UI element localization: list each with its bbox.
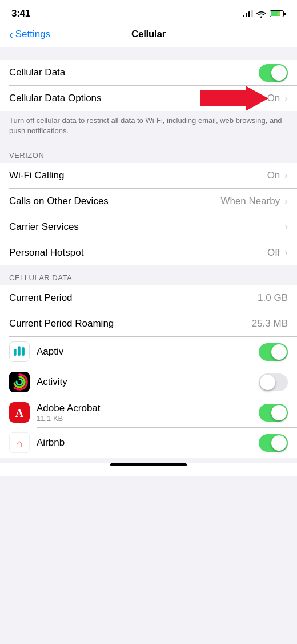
svg-marker-0 [200, 86, 268, 111]
personal-hotspot-value: Off [267, 247, 280, 259]
battery-icon: ⚡ [270, 10, 286, 17]
chevron-left-icon: ‹ [9, 29, 13, 40]
status-bar: 3:41 ⚡ [0, 0, 297, 24]
carrier-services-row[interactable]: Carrier Services › [0, 214, 297, 240]
cellular-data-label: Cellular Data [9, 67, 259, 78]
svg-rect-2 [14, 349, 16, 356]
status-time: 3:41 [11, 8, 30, 19]
cellular-group: Cellular Data Cellular Data Options On › [0, 60, 297, 111]
current-period-roaming-label: Current Period Roaming [9, 318, 252, 329]
chevron-right-icon: › [284, 93, 288, 104]
cellular-data-section-label: CELLULAR DATA [9, 273, 72, 282]
cellular-data-options-row[interactable]: Cellular Data Options On › [0, 86, 297, 111]
calls-other-devices-row[interactable]: Calls on Other Devices When Nearby › [0, 189, 297, 214]
status-icons: ⚡ [243, 10, 286, 18]
adobe-acrobat-row[interactable]: A Adobe Acrobat 11.1 KB [0, 397, 297, 427]
back-button[interactable]: ‹ Settings [9, 29, 50, 40]
adobe-acrobat-name: Adobe Acrobat [37, 403, 259, 414]
airbnb-name: Airbnb [37, 437, 259, 448]
page-title: Cellular [131, 29, 166, 40]
cellular-data-section-header: CELLULAR DATA [0, 265, 297, 285]
cellular-data-group: Current Period 1.0 GB Current Period Roa… [0, 285, 297, 458]
chevron-right-icon: › [284, 196, 288, 207]
calls-other-devices-label: Calls on Other Devices [9, 196, 220, 207]
cellular-data-note: Turn off cellular data to restrict all d… [0, 111, 297, 143]
activity-label-group: Activity [37, 376, 259, 388]
back-label: Settings [15, 29, 50, 40]
activity-toggle[interactable] [259, 373, 288, 391]
airbnb-toggle[interactable] [259, 434, 288, 452]
current-period-roaming-row[interactable]: Current Period Roaming 25.3 MB [0, 311, 297, 336]
adobe-acrobat-toggle[interactable] [259, 404, 288, 422]
current-period-label: Current Period [9, 292, 258, 304]
signal-icon [243, 10, 253, 17]
aaptiv-row[interactable]: Aaptiv [0, 337, 297, 367]
aaptiv-label-group: Aaptiv [37, 346, 259, 357]
airbnb-label-group: Airbnb [37, 437, 259, 448]
wifi-calling-value: On [267, 170, 280, 181]
home-indicator [110, 463, 187, 466]
airbnb-icon: ⌂ [9, 432, 30, 453]
chevron-right-icon: › [284, 170, 288, 181]
cellular-data-toggle[interactable] [259, 64, 288, 82]
adobe-acrobat-icon: A [9, 402, 30, 423]
personal-hotspot-row[interactable]: Personal Hotspot Off › [0, 240, 297, 265]
activity-icon [9, 372, 30, 392]
current-period-row[interactable]: Current Period 1.0 GB [0, 285, 297, 311]
verizon-section-label: VERIZON [9, 151, 44, 160]
adobe-acrobat-label-group: Adobe Acrobat 11.1 KB [37, 403, 259, 423]
airbnb-row[interactable]: ⌂ Airbnb [0, 428, 297, 458]
cellular-data-row[interactable]: Cellular Data [0, 60, 297, 85]
calls-other-devices-value: When Nearby [220, 196, 280, 207]
wifi-calling-label: Wi-Fi Calling [9, 170, 267, 181]
nav-bar: ‹ Settings Cellular [0, 24, 297, 47]
wifi-calling-row[interactable]: Wi-Fi Calling On › [0, 163, 297, 188]
chevron-right-icon: › [284, 247, 288, 259]
activity-name: Activity [37, 376, 259, 388]
cellular-data-options-value: On [267, 93, 280, 104]
verizon-section-header: VERIZON [0, 143, 297, 163]
verizon-group: Wi-Fi Calling On › Calls on Other Device… [0, 163, 297, 265]
red-arrow-annotation [200, 86, 268, 111]
aaptiv-name: Aaptiv [37, 346, 259, 357]
wifi-icon [256, 10, 266, 18]
activity-row[interactable]: Activity [0, 367, 297, 397]
svg-rect-3 [18, 347, 20, 356]
adobe-acrobat-sub: 11.1 KB [37, 414, 259, 423]
svg-text:⌂: ⌂ [16, 437, 23, 450]
svg-rect-4 [22, 347, 24, 356]
current-period-roaming-value: 25.3 MB [252, 318, 288, 329]
current-period-value: 1.0 GB [258, 292, 288, 304]
chevron-right-icon: › [284, 221, 288, 233]
carrier-services-label: Carrier Services [9, 221, 283, 233]
personal-hotspot-label: Personal Hotspot [9, 247, 267, 259]
svg-text:A: A [15, 407, 24, 419]
aaptiv-toggle[interactable] [259, 343, 288, 361]
aaptiv-icon [9, 341, 30, 362]
